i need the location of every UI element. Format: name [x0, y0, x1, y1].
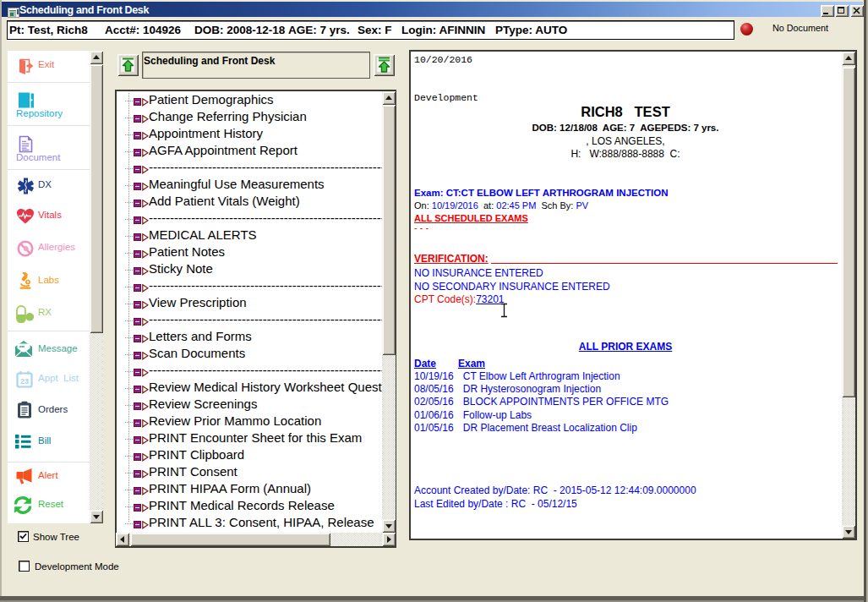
svg-text:23: 23: [20, 377, 29, 386]
